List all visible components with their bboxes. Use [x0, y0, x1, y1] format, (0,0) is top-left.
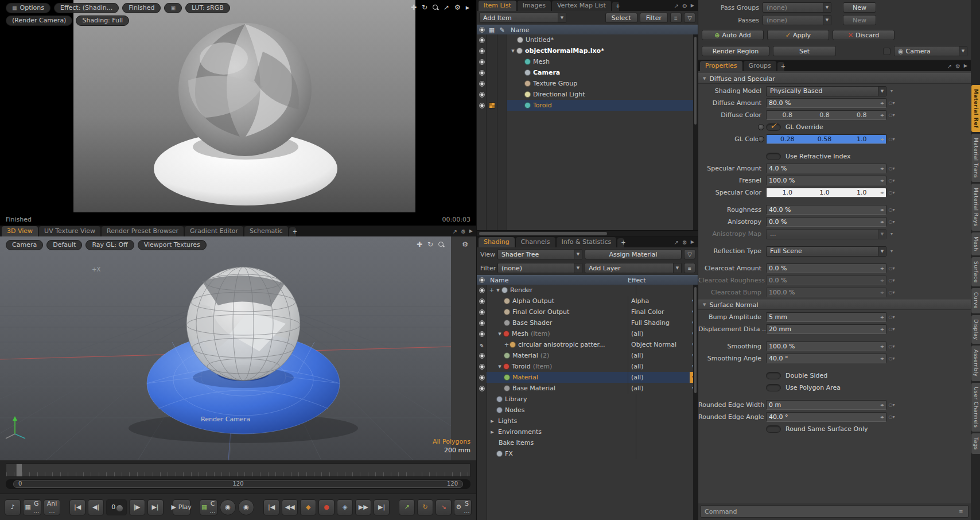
channel-menu-button[interactable]: ○▾ — [886, 356, 897, 361]
shader-row-alpha-output[interactable]: Alpha Output Alpha ▼ — [477, 296, 698, 306]
spinner-arrows[interactable]: ◂▸ — [880, 402, 884, 408]
visibility-toggle[interactable] — [477, 92, 487, 98]
channel-menu-button[interactable]: ○▾ — [886, 402, 897, 408]
lut-dropdown[interactable]: LUT: sRGB — [185, 3, 230, 13]
channel-menu-button[interactable]: ○▾ — [886, 344, 897, 349]
visibility-toggle[interactable] — [477, 59, 487, 65]
checkbox[interactable]: ✓ — [766, 384, 781, 391]
effect-cell[interactable]: (all) — [628, 361, 690, 372]
spinner-arrows[interactable]: ◂▸ — [880, 190, 884, 195]
visibility-toggle[interactable] — [477, 320, 487, 326]
shader-row-material-selected[interactable]: Material (all) ▼ — [477, 372, 698, 383]
value-field[interactable]: 100.0 % ◂▸ — [766, 342, 886, 351]
timeline[interactable]: 0 120 120 — [0, 460, 476, 494]
tab-shading[interactable]: Shading — [479, 237, 515, 247]
visibility-toggle[interactable] — [477, 353, 487, 359]
tab-info-statistics[interactable]: Info & Statistics — [557, 237, 617, 247]
graph-editor-button[interactable]: ▦ G ... — [23, 499, 41, 515]
expand-arrow-icon[interactable]: ▼ — [496, 364, 503, 369]
value-field[interactable]: 4.0 % ◂▸ — [766, 164, 886, 173]
shader-row-nodes[interactable]: Nodes ▼ — [477, 405, 698, 416]
visibility-toggle[interactable] — [477, 386, 487, 391]
channel-menu-button[interactable]: ○▾ — [886, 100, 897, 106]
view-mode-dropdown[interactable]: Shader Tree▼ — [497, 249, 582, 259]
value-field[interactable]: 100.0 % ◂▸ — [766, 288, 886, 297]
effect-cell[interactable] — [636, 285, 698, 296]
side-tab-material-ref[interactable]: Material Ref — [971, 85, 980, 132]
dropdown[interactable]: ... ▼ — [766, 229, 886, 239]
effect-cell[interactable]: (all) — [628, 350, 690, 361]
select-button[interactable]: Select — [605, 13, 637, 23]
channel-menu-button[interactable]: ▾ — [886, 249, 897, 254]
section-surface-normal[interactable]: ▼ Surface Normal — [698, 300, 971, 310]
spinner-arrows[interactable]: ◂▸ — [880, 414, 884, 420]
record-button[interactable]: ● — [318, 499, 335, 515]
shader-row-bake-items[interactable]: Bake Items ▼ — [477, 437, 698, 448]
viewport-textures-dropdown[interactable]: Viewport Textures — [138, 240, 207, 250]
side-tab-surface[interactable]: Surface — [971, 257, 980, 287]
discard-button[interactable]: ✕Discard — [833, 30, 895, 40]
gear-icon[interactable]: ⚙ — [454, 3, 461, 11]
frame-store-button[interactable]: ▣ — [164, 3, 182, 13]
effect-dropdown[interactable]: Effect: (Shadin... — [54, 3, 119, 13]
tab-add[interactable]: + — [617, 238, 624, 247]
visibility-column-header[interactable] — [477, 277, 487, 283]
effect-cell[interactable]: Full Shading — [628, 317, 690, 328]
effect-cell[interactable]: Final Color — [628, 306, 690, 317]
channel-menu-button[interactable]: ○▾ — [886, 414, 897, 420]
value-field[interactable]: 40.0 ° ◂▸ — [766, 354, 886, 363]
visibility-toggle[interactable] — [477, 70, 487, 76]
spinner-arrows[interactable]: ◂▸ — [880, 137, 884, 142]
gear-icon[interactable]: ⚙ — [682, 3, 687, 9]
zoom-icon[interactable] — [433, 5, 438, 10]
go-to-end-button[interactable]: ▶| — [147, 499, 164, 515]
vertical-scrollbar[interactable] — [693, 285, 698, 520]
rotate-icon[interactable]: ↻ — [422, 3, 427, 11]
render-status-button[interactable]: Finished — [122, 3, 161, 13]
color-field[interactable]: 0.28 0.58 1.0 ◂▸ — [766, 134, 886, 144]
visibility-toggle[interactable] — [477, 309, 487, 315]
panel-arrow-icon[interactable]: ▶ — [691, 3, 694, 9]
vertical-scrollbar[interactable] — [693, 34, 698, 230]
value-field[interactable]: 100.0 % ◂▸ — [766, 176, 886, 185]
next-frame-button[interactable]: |▶ — [129, 499, 145, 515]
item-row-mesh[interactable]: Mesh — [477, 56, 698, 67]
item-row-camera[interactable]: Camera — [477, 67, 698, 78]
item-row-toroid[interactable]: Toroid — [477, 100, 698, 111]
render-region-button[interactable]: Render Region — [702, 46, 769, 56]
channel-menu-button[interactable]: ○▾ — [886, 327, 897, 332]
rotate-icon[interactable]: ↻ — [427, 240, 433, 249]
visibility-toggle[interactable] — [477, 342, 487, 348]
spinner-arrows[interactable]: ◂▸ — [880, 278, 884, 283]
audio-button[interactable]: ♪ — [5, 499, 21, 515]
3d-viewport[interactable]: Camera Default Ray GL: Off Viewport Text… — [0, 236, 476, 460]
visibility-toggle[interactable] — [477, 288, 487, 293]
dropdown[interactable]: Physically Based ▼ — [766, 86, 886, 96]
spinner-arrows[interactable]: ◂▸ — [880, 266, 884, 271]
value-field[interactable]: 0.0 % ◂▸ — [766, 217, 886, 227]
item-row-directional-light[interactable]: Directional Light — [477, 89, 698, 100]
assign-material-button[interactable]: Assign Material — [585, 249, 682, 259]
shader-row-circular-anisotropic[interactable]: + circular anisotropic patter... Object … — [477, 339, 698, 350]
actor-button[interactable]: ◉ — [220, 499, 236, 515]
settings-button[interactable]: ⚙ S ... — [454, 499, 472, 515]
effect-cell[interactable] — [636, 448, 698, 459]
rewind-key-button[interactable]: ◀◀ — [282, 499, 298, 515]
effect-cell[interactable]: (all) — [628, 383, 690, 394]
command-menu-icon[interactable]: ≡ — [959, 509, 968, 514]
color-field[interactable]: 0.8 0.8 0.8 ◂▸ — [766, 110, 886, 120]
effect-cell[interactable]: (all) — [628, 328, 690, 339]
render-camera-dropdown[interactable]: (Render Camera) — [6, 15, 72, 26]
visibility-column-header[interactable] — [477, 27, 487, 33]
tab-schematic[interactable]: Schematic — [244, 226, 288, 236]
expand-arrow-icon[interactable]: ▼ — [510, 49, 516, 53]
tab-item-list[interactable]: Item List — [479, 1, 516, 11]
add-key-dropdown-button[interactable]: ◆ — [300, 499, 316, 515]
panel-arrow-icon[interactable]: ▶ — [469, 228, 473, 235]
checkbox[interactable]: ✓ — [766, 123, 781, 131]
visibility-toggle[interactable] — [477, 37, 487, 43]
expand-plus-icon[interactable]: + — [489, 287, 495, 293]
channel-menu-button[interactable]: ○▾ — [886, 166, 897, 171]
spinner-arrows[interactable]: ◂▸ — [880, 100, 884, 106]
channel-menu-button[interactable]: ○▾ — [886, 278, 897, 283]
